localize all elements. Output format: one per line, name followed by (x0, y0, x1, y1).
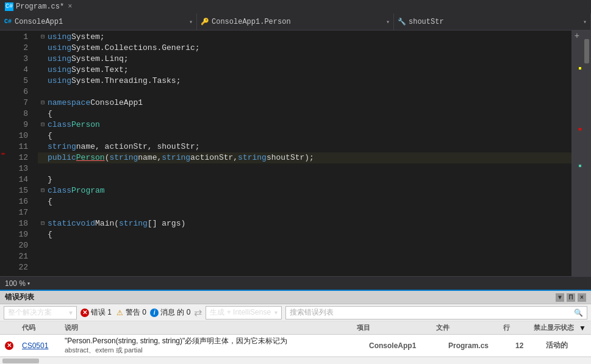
code-token: System.Linq; (71, 54, 129, 65)
code-token: Main( (95, 218, 119, 229)
bottom-scroll-thumb[interactable] (2, 359, 39, 363)
tab-close-button[interactable]: × (68, 2, 72, 11)
filter-dropdown[interactable]: 整个解决方案 ▾ (4, 306, 77, 319)
code-token: string (48, 141, 76, 152)
code-token: string (109, 152, 138, 163)
panel-collapse-button[interactable]: ▼ (556, 293, 564, 302)
code-line: { (38, 229, 571, 240)
code-token: System.Collections.Generic; (71, 43, 200, 54)
line-number: 22 (11, 262, 28, 273)
code-token: using (48, 32, 71, 43)
line-number: 19 (11, 229, 28, 240)
table-row[interactable]: ✕ CS0501 "Person.Person(string, string, … (0, 335, 591, 357)
search-placeholder: 搜索错误列表 (290, 307, 574, 318)
error-row-icon: ✕ (5, 341, 13, 350)
fold-indicator[interactable]: ⊟ (38, 185, 48, 196)
add-button[interactable]: + (573, 32, 581, 40)
line-number: 6 (11, 87, 28, 98)
code-token: using (48, 65, 71, 76)
code-line: } (38, 174, 571, 185)
search-box[interactable]: 搜索错误列表 🔍 (285, 306, 587, 319)
fold-indicator[interactable]: ⊟ (38, 98, 48, 109)
info-count-badge[interactable]: i 消息 的 0 (150, 307, 190, 318)
code-token: using (48, 43, 71, 54)
error-count-badge[interactable]: ✕ 错误 1 (81, 307, 112, 318)
vscroll-thumb[interactable] (584, 39, 589, 63)
fold-indicator[interactable]: ⊟ (38, 120, 48, 130)
panel-pin-button[interactable]: П (567, 293, 575, 302)
class-icon: 🔑 (201, 18, 209, 26)
col-suppress-header[interactable]: 禁止显示状态 (530, 323, 579, 332)
fold-indicator[interactable]: ⊟ (38, 32, 48, 43)
nav-member-text: shoutStr (409, 18, 444, 26)
col-filter-header[interactable]: ▼ (579, 324, 591, 332)
code-line: ⊟using System; (38, 32, 571, 43)
navigation-bar: C# ConsoleApp1 ▾ 🔑 ConsoleApp1.Person ▾ … (0, 13, 591, 30)
code-line: string name, actionStr, shoutStr; (38, 141, 571, 152)
error-code[interactable]: CS0501 (18, 341, 61, 350)
title-bar: C# Program.cs* × (0, 0, 591, 13)
nav-arrow-1[interactable]: ▾ (187, 18, 193, 26)
code-line (38, 262, 571, 273)
line-number: 15 (11, 185, 28, 196)
line-number: 2 (11, 43, 28, 54)
col-project-header[interactable]: 项目 (353, 323, 432, 332)
line-number: 12 (11, 152, 28, 163)
col-desc-header[interactable]: 说明 (61, 323, 353, 332)
error-panel: 错误列表 ▼ П × 整个解决方案 ▾ ✕ 错误 1 ⚠ 警告 0 i 消息 的… (0, 290, 591, 364)
error-icon: ✕ (81, 309, 89, 317)
code-token: { (48, 196, 52, 207)
code-token: { (48, 229, 52, 240)
margin-mark-warning (579, 67, 581, 70)
zoom-dropdown-arrow[interactable]: ▾ (27, 280, 30, 287)
info-count-text: 消息 的 0 (160, 307, 190, 318)
line-number: 8 (11, 109, 28, 120)
line-number: 7 (11, 98, 28, 109)
nav-member[interactable]: 🔧 shoutStr ▾ (394, 13, 591, 30)
margin-mark-info (579, 165, 581, 167)
line-number: 21 (11, 251, 28, 262)
code-token: namespace (48, 98, 90, 109)
code-token: System; (71, 32, 105, 43)
code-token: using (48, 54, 71, 65)
code-token: string (119, 218, 148, 229)
nav-arrow-3[interactable]: ▾ (581, 18, 587, 26)
zoom-level[interactable]: 100 % (5, 279, 26, 288)
fold-indicator[interactable]: ⊟ (38, 218, 48, 229)
line-number: 9 (11, 120, 28, 130)
code-line: { (38, 109, 571, 120)
filter-dropdown-arrow: ▾ (69, 309, 73, 317)
code-area[interactable]: ⊟using System;using System.Collections.G… (33, 30, 571, 276)
build-label: 生成 + IntelliSense (210, 307, 271, 318)
filter-label: 整个解决方案 (8, 307, 52, 318)
code-line: ⊟ static void Main(string[] args) (38, 218, 571, 229)
code-token: string (238, 152, 267, 163)
code-line: { (38, 130, 571, 141)
code-token: System.Threading.Tasks; (71, 76, 181, 87)
warning-icon: ⚠ (115, 309, 124, 317)
line-number: 5 (11, 76, 28, 87)
panel-controls: ▼ П × (556, 293, 586, 302)
code-line: ⊟namespace ConsoleApp1 (38, 98, 571, 109)
panel-close-button[interactable]: × (578, 293, 586, 302)
bottom-scrollbar[interactable] (0, 357, 591, 364)
code-token: { (48, 130, 52, 141)
build-dropdown[interactable]: 生成 + IntelliSense ▾ (206, 306, 282, 319)
warning-count-badge[interactable]: ⚠ 警告 0 (115, 307, 146, 318)
line-number: 4 (11, 65, 28, 76)
nav-namespace[interactable]: C# ConsoleApp1 ▾ (0, 13, 197, 30)
editor-vscroll[interactable] (582, 30, 591, 276)
code-token: ( (105, 152, 110, 163)
code-token: shoutStr); (267, 152, 314, 163)
tab-filename[interactable]: Program.cs* (16, 2, 64, 11)
code-token: static (48, 218, 76, 229)
col-file-header[interactable]: 文件 (432, 323, 500, 332)
nav-class[interactable]: 🔑 ConsoleApp1.Person ▾ (197, 13, 394, 30)
col-line-header[interactable]: 行 (500, 323, 530, 332)
nav-arrow-2[interactable]: ▾ (384, 18, 390, 26)
error-line-number: 12 (512, 341, 542, 350)
code-token: void (76, 218, 95, 229)
col-code-header[interactable]: 代码 (18, 323, 61, 332)
filter-icon[interactable]: ⇄ (194, 307, 202, 318)
code-token: name, actionStr, shoutStr; (76, 141, 200, 152)
